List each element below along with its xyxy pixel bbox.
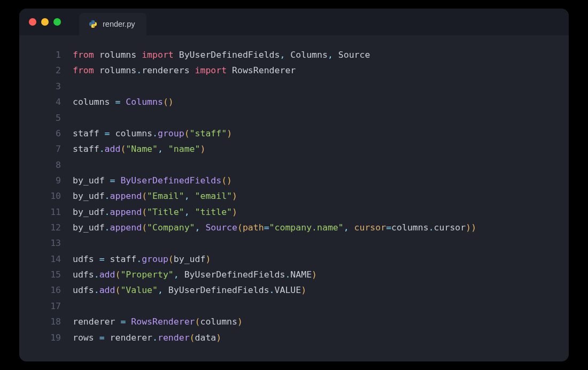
code-content[interactable]: columns = Columns() (73, 94, 174, 110)
line-number: 13 (19, 235, 73, 251)
line-number: 12 (19, 220, 73, 235)
minimize-button[interactable] (41, 18, 49, 26)
line-number: 3 (19, 79, 73, 94)
code-line[interactable]: 5 (19, 110, 569, 126)
line-number: 4 (19, 94, 73, 110)
line-number: 17 (19, 298, 73, 314)
code-content[interactable] (73, 298, 78, 314)
maximize-button[interactable] (53, 18, 61, 26)
code-content[interactable] (73, 235, 78, 251)
code-content[interactable]: staff = columns.group("staff") (73, 126, 232, 141)
editor-window: render.py 1from rolumns import ByUserDef… (19, 9, 569, 361)
code-line[interactable]: 10by_udf.append("Email", "email") (19, 188, 569, 204)
code-content[interactable]: udfs = staff.group(by_udf) (73, 251, 211, 267)
code-line[interactable]: 16udfs.add("Value", ByUserDefinedFields.… (19, 282, 569, 298)
code-content[interactable]: from rolumns.renderers import RowsRender… (73, 63, 296, 78)
code-content[interactable] (73, 157, 78, 173)
code-line[interactable]: 7staff.add("Name", "name") (19, 141, 569, 157)
code-line[interactable]: 6staff = columns.group("staff") (19, 126, 569, 141)
code-line[interactable]: 18renderer = RowsRenderer(columns) (19, 314, 569, 329)
titlebar: render.py (19, 9, 569, 35)
code-content[interactable]: renderer = RowsRenderer(columns) (73, 314, 243, 329)
line-number: 8 (19, 157, 73, 173)
tab-filename: render.py (103, 20, 135, 28)
close-button[interactable] (29, 18, 36, 26)
line-number: 14 (19, 251, 73, 267)
traffic-lights (29, 18, 61, 26)
code-content[interactable]: by_udf = ByUserDefinedFields() (73, 173, 232, 188)
code-content[interactable] (73, 110, 78, 126)
line-number: 18 (19, 314, 73, 329)
code-content[interactable]: by_udf.append("Title", "title") (73, 204, 237, 220)
line-number: 10 (19, 188, 73, 204)
code-line[interactable]: 11by_udf.append("Title", "title") (19, 204, 569, 220)
python-icon (89, 20, 97, 28)
line-number: 2 (19, 63, 73, 78)
code-line[interactable]: 4columns = Columns() (19, 94, 569, 110)
code-line[interactable]: 12by_udf.append("Company", Source(path="… (19, 220, 569, 235)
code-line[interactable]: 8 (19, 157, 569, 173)
code-content[interactable]: staff.add("Name", "name") (73, 141, 205, 157)
code-line[interactable]: 2from rolumns.renderers import RowsRende… (19, 63, 569, 78)
code-line[interactable]: 13 (19, 235, 569, 251)
code-line[interactable]: 3 (19, 79, 569, 94)
code-content[interactable]: udfs.add("Value", ByUserDefinedFields.VA… (73, 282, 306, 298)
code-content[interactable]: by_udf.append("Company", Source(path="co… (73, 220, 476, 235)
code-line[interactable]: 14udfs = staff.group(by_udf) (19, 251, 569, 267)
line-number: 1 (19, 47, 73, 63)
code-content[interactable] (73, 79, 78, 94)
code-line[interactable]: 17 (19, 298, 569, 314)
editor-body[interactable]: 1from rolumns import ByUserDefinedFields… (19, 35, 569, 361)
code-line[interactable]: 15udfs.add("Property", ByUserDefinedFiel… (19, 267, 569, 282)
line-number: 7 (19, 141, 73, 157)
line-number: 16 (19, 282, 73, 298)
code-content[interactable]: by_udf.append("Email", "email") (73, 188, 237, 204)
file-tab[interactable]: render.py (79, 13, 146, 35)
code-line[interactable]: 19rows = renderer.render(data) (19, 330, 569, 345)
code-content[interactable]: from rolumns import ByUserDefinedFields,… (73, 47, 370, 63)
code-line[interactable]: 1from rolumns import ByUserDefinedFields… (19, 47, 569, 63)
code-content[interactable]: rows = renderer.render(data) (73, 330, 221, 345)
line-number: 15 (19, 267, 73, 282)
line-number: 9 (19, 173, 73, 188)
line-number: 5 (19, 110, 73, 126)
code-content[interactable]: udfs.add("Property", ByUserDefinedFields… (73, 267, 317, 282)
line-number: 6 (19, 126, 73, 141)
line-number: 11 (19, 204, 73, 220)
line-number: 19 (19, 330, 73, 345)
code-line[interactable]: 9by_udf = ByUserDefinedFields() (19, 173, 569, 188)
